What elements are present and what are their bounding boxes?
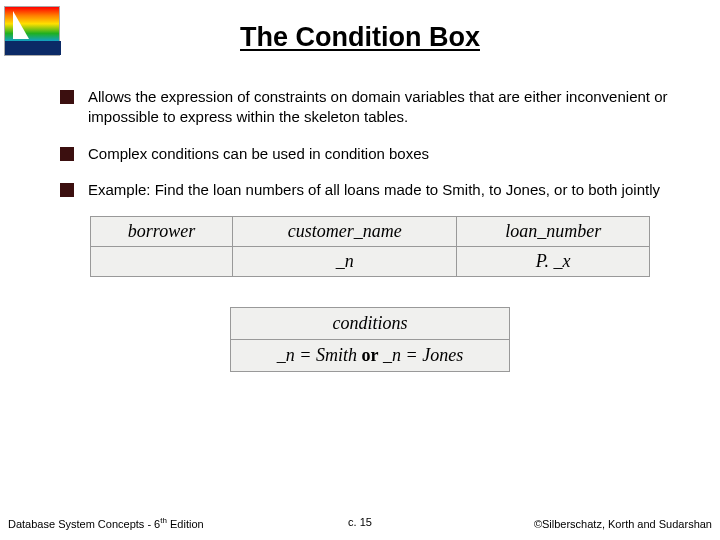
table-cell: _n = Smith or _n = Jones — [231, 340, 510, 372]
slide: The Condition Box Allows the expression … — [0, 0, 720, 540]
cond-part: _n = Jones — [379, 345, 464, 365]
table-cell: _n — [232, 247, 456, 277]
table-row: borrower customer_name loan_number — [91, 217, 650, 247]
footer-left-prefix: Database System Concepts - 6 — [8, 518, 160, 530]
cond-op: or — [362, 345, 379, 365]
table-cell — [91, 247, 233, 277]
content-area: Allows the expression of constraints on … — [0, 53, 720, 200]
slide-title: The Condition Box — [0, 0, 720, 53]
bullet-item: Allows the expression of constraints on … — [60, 87, 680, 128]
table-cell: P. _x — [457, 247, 650, 277]
footer-left-sup: th — [160, 516, 167, 525]
footer-left-suffix: Edition — [167, 518, 204, 530]
table-header: loan_number — [457, 217, 650, 247]
footer-right: ©Silberschatz, Korth and Sudarshan — [534, 518, 712, 530]
table-header: customer_name — [232, 217, 456, 247]
table-row: _n = Smith or _n = Jones — [231, 340, 510, 372]
table-header: borrower — [91, 217, 233, 247]
cond-part: _n = Smith — [277, 345, 362, 365]
condition-box-table: conditions _n = Smith or _n = Jones — [230, 307, 510, 372]
bullet-item: Example: Find the loan numbers of all lo… — [60, 180, 680, 200]
table-header: conditions — [231, 308, 510, 340]
skeleton-table: borrower customer_name loan_number _n P.… — [90, 216, 650, 277]
table-row: conditions — [231, 308, 510, 340]
footer-center: c. 15 — [348, 516, 372, 528]
footer-left: Database System Concepts - 6th Edition — [8, 516, 204, 530]
footer: Database System Concepts - 6th Edition c… — [0, 516, 720, 530]
figures: borrower customer_name loan_number _n P.… — [0, 216, 720, 372]
logo-icon — [4, 6, 60, 56]
table-row: _n P. _x — [91, 247, 650, 277]
bullet-item: Complex conditions can be used in condit… — [60, 144, 680, 164]
